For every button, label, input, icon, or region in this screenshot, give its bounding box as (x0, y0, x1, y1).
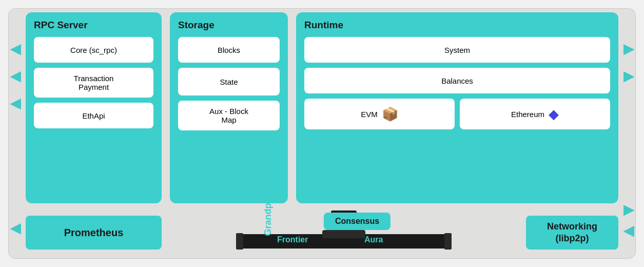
rpc-server-panel: RPC Server Core (sc_rpc) TransactionPaym… (26, 12, 162, 203)
svg-rect-3 (236, 233, 243, 250)
rpc-item-transaction: TransactionPayment (34, 68, 153, 98)
storage-item-blocks: Blocks (178, 37, 280, 63)
rpc-item-ethapi: EthApi (34, 103, 153, 128)
svg-rect-4 (444, 233, 452, 250)
runtime-item-ethereum: Ethereum ◆ (460, 99, 610, 129)
prometheus-label: Prometheus (64, 227, 124, 239)
left-arrow-prometheus: ◀ (10, 220, 21, 236)
left-arrows-top: ◀ ◀ ◀ (10, 41, 21, 111)
prometheus-box: Prometheus (26, 216, 162, 250)
right-arrow-1: ▶ (623, 41, 634, 57)
storage-panel: Storage Blocks State Aux - BlockMap (170, 12, 288, 203)
left-arrow-1: ◀ (10, 41, 21, 57)
grandpa-label: Grandpa (263, 198, 274, 236)
storage-item-aux: Aux - BlockMap (178, 101, 280, 130)
content-area: RPC Server Core (sc_rpc) TransactionPaym… (26, 12, 618, 255)
right-arrow-2: ▶ (623, 68, 634, 84)
center-bottom: Grandpa Frontier Aura Consensus (169, 211, 519, 255)
right-arrows-top: ▶ ▶ (623, 41, 634, 84)
top-row: RPC Server Core (sc_rpc) TransactionPaym… (26, 12, 618, 203)
evm-icon: 📦 (382, 106, 398, 122)
main-diagram: ◀ ◀ ◀ ◀ ▶ ▶ ▶ ◀ RPC Server Core (sc_rpc)… (0, 0, 644, 267)
consensus-box: Consensus (324, 213, 391, 230)
runtime-item-evm: EVM 📦 (304, 99, 455, 129)
left-arrow-4: ◀ (10, 220, 21, 236)
svg-rect-2 (322, 230, 365, 238)
ethereum-label: Ethereum (511, 110, 544, 119)
right-arrow-4: ◀ (623, 223, 634, 239)
runtime-title: Runtime (304, 20, 610, 31)
left-arrow-2: ◀ (10, 68, 21, 84)
networking-label: Networking(libp2p) (547, 221, 597, 245)
runtime-panel: Runtime System Balances EVM 📦 Ethereum ◆ (296, 12, 618, 203)
right-arrow-3: ▶ (623, 202, 634, 218)
runtime-items: System Balances EVM 📦 Ethereum ◆ (304, 37, 610, 196)
runtime-item-system: System (304, 37, 610, 63)
ethereum-icon: ◆ (549, 106, 559, 122)
rpc-server-title: RPC Server (34, 20, 153, 31)
frontier-label: Frontier (277, 235, 308, 244)
evm-label: EVM (361, 110, 378, 119)
runtime-bottom-items: EVM 📦 Ethereum ◆ (304, 99, 610, 129)
rpc-server-items: Core (sc_rpc) TransactionPayment EthApi (34, 37, 153, 128)
right-arrows-bottom: ▶ ◀ (623, 202, 634, 239)
storage-title: Storage (178, 20, 280, 31)
storage-items: Blocks State Aux - BlockMap (178, 37, 280, 130)
aura-label: Aura (364, 235, 383, 244)
left-arrow-3: ◀ (10, 96, 21, 111)
networking-box: Networking(libp2p) (526, 216, 618, 250)
storage-item-state: State (178, 68, 280, 96)
bottom-row: Prometheus Grandpa (26, 211, 618, 255)
rpc-item-core: Core (sc_rpc) (34, 37, 153, 63)
runtime-item-balances: Balances (304, 68, 610, 93)
